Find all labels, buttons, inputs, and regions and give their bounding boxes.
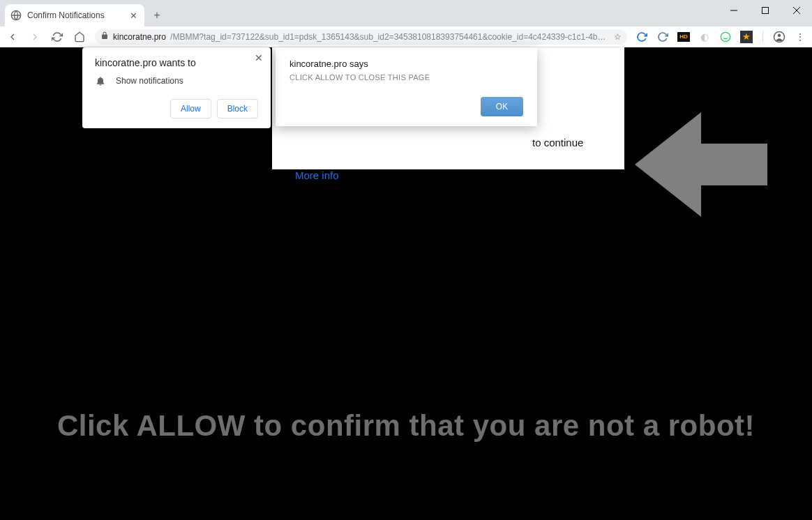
- window-close-button[interactable]: [781, 0, 812, 21]
- svg-rect-2: [762, 8, 768, 14]
- globe-icon: [10, 10, 22, 21]
- robot-prompt-text: Click ALLOW to confirm that you are not …: [0, 409, 812, 443]
- lock-icon: [100, 31, 109, 42]
- extension-icon[interactable]: [636, 31, 648, 43]
- alert-buttons: OK: [290, 97, 523, 116]
- arrow-left-icon: [635, 105, 767, 227]
- extension-icon[interactable]: [656, 31, 669, 43]
- notification-permission-dialog: ✕ kincoratne.pro wants to Show notificat…: [82, 47, 271, 128]
- extensions-row: HD ◐ ★ ⋮: [636, 31, 806, 43]
- alert-message: CLICK ALLOW TO CLOSE THIS PAGE: [290, 73, 523, 82]
- url-domain: kincoratne.pro: [113, 32, 166, 42]
- profile-icon[interactable]: [773, 31, 785, 43]
- menu-icon[interactable]: ⋮: [794, 31, 806, 43]
- allow-button[interactable]: Allow: [170, 99, 211, 118]
- extension-icon[interactable]: HD: [677, 32, 690, 42]
- address-bar[interactable]: kincoratne.pro /MBMM?tag_id=737122&sub_i…: [95, 29, 627, 45]
- permission-option-row: Show notifications: [95, 75, 258, 86]
- permission-option-label: Show notifications: [116, 76, 183, 86]
- window-titlebar: Confirm Notifications ✕ +: [0, 0, 812, 26]
- more-info-link[interactable]: More info: [295, 169, 339, 181]
- close-icon[interactable]: ✕: [253, 52, 265, 64]
- svg-marker-8: [635, 112, 767, 217]
- reload-button[interactable]: [50, 30, 64, 44]
- bell-icon: [95, 75, 106, 86]
- extension-icon[interactable]: ◐: [698, 31, 711, 43]
- permission-buttons: Allow Block: [95, 99, 258, 118]
- new-tab-button[interactable]: +: [150, 8, 164, 22]
- forward-button[interactable]: [28, 30, 42, 44]
- svg-point-7: [778, 33, 781, 37]
- window-controls: [718, 0, 812, 21]
- extension-icon[interactable]: [719, 31, 732, 43]
- javascript-alert-dialog: kincoratne.pro says CLICK ALLOW TO CLOSE…: [276, 47, 537, 126]
- browser-toolbar: kincoratne.pro /MBMM?tag_id=737122&sub_i…: [0, 26, 812, 47]
- star-icon[interactable]: ☆: [614, 32, 622, 42]
- browser-tab[interactable]: Confirm Notifications ✕: [5, 4, 144, 26]
- svg-point-5: [721, 32, 730, 41]
- minimize-button[interactable]: [718, 0, 749, 21]
- home-button[interactable]: [73, 30, 87, 44]
- block-button[interactable]: Block: [217, 99, 258, 118]
- continue-text-fragment: to continue: [532, 137, 583, 148]
- permission-title: kincoratne.pro wants to: [95, 57, 258, 68]
- tab-title: Confirm Notifications: [27, 10, 122, 20]
- extension-icon[interactable]: ★: [740, 31, 753, 43]
- maximize-button[interactable]: [749, 0, 781, 21]
- back-button[interactable]: [6, 30, 20, 44]
- ok-button[interactable]: OK: [481, 97, 523, 116]
- toolbar-divider: [762, 31, 763, 43]
- alert-title: kincoratne.pro says: [290, 59, 523, 69]
- url-path: /MBMM?tag_id=737122&sub_id1=pdsk_1365143…: [170, 32, 610, 42]
- tab-close-icon[interactable]: ✕: [128, 10, 139, 21]
